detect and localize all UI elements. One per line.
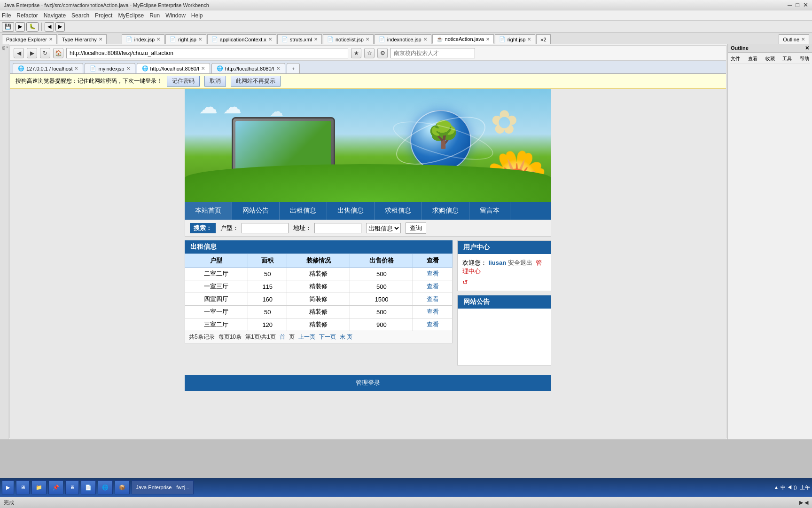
refresh-icon[interactable]: ↺ bbox=[462, 278, 468, 286]
btab-new[interactable]: + bbox=[287, 63, 300, 73]
star-button[interactable]: ☆ bbox=[364, 48, 375, 58]
settings-button[interactable]: ⚙ bbox=[377, 48, 388, 58]
cell-view[interactable]: 查看 bbox=[413, 293, 453, 306]
menu-search[interactable]: Search bbox=[71, 12, 89, 19]
menu-window[interactable]: Window bbox=[165, 12, 186, 19]
cell-view[interactable]: 查看 bbox=[413, 318, 453, 331]
nav-notice[interactable]: 网站公告 bbox=[232, 202, 280, 220]
menu-shoucang[interactable]: 收藏 bbox=[765, 56, 775, 62]
house-type-input[interactable] bbox=[242, 223, 289, 233]
search-button[interactable]: 查询 bbox=[406, 222, 426, 234]
view-link[interactable]: 查看 bbox=[427, 270, 439, 277]
menu-project[interactable]: Project bbox=[95, 12, 112, 19]
pagination-first[interactable]: 首 bbox=[280, 333, 285, 341]
tab-type-hierarchy[interactable]: Type Hierarchy ✕ bbox=[58, 34, 107, 44]
ide-title: Java Enterprise - fwzj/src/com/action/no… bbox=[4, 2, 209, 8]
maximize-icon[interactable]: □ bbox=[796, 1, 799, 8]
btab-other[interactable]: 🌐 http://localhost:8080/f ✕ bbox=[211, 63, 285, 73]
nav-rental[interactable]: 出租信息 bbox=[280, 202, 327, 220]
never-save-button[interactable]: 此网站不再提示 bbox=[231, 76, 281, 87]
btab-localhost-close[interactable]: ✕ bbox=[74, 66, 78, 71]
menu-file[interactable]: File bbox=[2, 12, 11, 19]
pagination-next[interactable]: 下一页 bbox=[319, 333, 336, 341]
toolbar-back[interactable]: ◀ bbox=[45, 22, 54, 32]
tab-more[interactable]: »2 bbox=[536, 34, 550, 44]
tab-index-jsp[interactable]: 📄 index.jsp ✕ bbox=[122, 34, 164, 44]
pagination-last[interactable]: 末 页 bbox=[340, 333, 352, 341]
menu-bangzhu[interactable]: 帮助 bbox=[800, 56, 809, 62]
btab-localhost[interactable]: 🌐 127.0.0.1 / localhost ✕ bbox=[13, 63, 83, 73]
toolbar-run[interactable]: ▶ bbox=[16, 22, 25, 32]
nav-seek-buy[interactable]: 求购信息 bbox=[422, 202, 469, 220]
tab-close-package[interactable]: ✕ bbox=[49, 37, 53, 42]
btab-myindex-close[interactable]: ✕ bbox=[126, 66, 130, 71]
view-link[interactable]: 查看 bbox=[427, 321, 439, 328]
tab-right-jsp2[interactable]: 📄 right.jsp ✕ bbox=[495, 34, 536, 44]
menu-chakan[interactable]: 查看 bbox=[748, 56, 757, 62]
back-button[interactable]: ◀ bbox=[14, 48, 24, 58]
browser-search-input[interactable] bbox=[390, 48, 475, 58]
menu-run[interactable]: Run bbox=[149, 12, 160, 19]
tab-noticeaction[interactable]: ☕ noticeAction.java ✕ bbox=[432, 34, 494, 44]
nav-sale[interactable]: 出售信息 bbox=[327, 202, 375, 220]
btab-other-close[interactable]: ✕ bbox=[276, 66, 280, 71]
house-type-group: 户型： bbox=[220, 223, 289, 233]
outline-body: 文件 查看 收藏 工具 帮助 bbox=[728, 53, 812, 65]
tab-close-hierarchy[interactable]: ✕ bbox=[99, 37, 102, 42]
nav-guestbook[interactable]: 留言本 bbox=[469, 202, 510, 220]
cell-view[interactable]: 查看 bbox=[413, 280, 453, 293]
view-link[interactable]: 查看 bbox=[427, 308, 439, 315]
nav-home[interactable]: 本站首页 bbox=[185, 202, 232, 220]
category-select[interactable]: 出租信息 出售信息 求租信息 bbox=[366, 223, 401, 233]
home-button[interactable]: 🏠 bbox=[53, 48, 63, 58]
close-icon[interactable]: ✕ bbox=[803, 1, 808, 8]
tab-struts[interactable]: 📄 struts.xml ✕ bbox=[277, 34, 322, 44]
tab-indexnotice[interactable]: 📄 indexnotice.jsp ✕ bbox=[375, 34, 431, 44]
tab-icon-jsp: 📄 bbox=[126, 36, 133, 42]
btab-myindex[interactable]: 📄 myindexjsp ✕ bbox=[85, 63, 135, 73]
menu-myeclipse[interactable]: MyEclipse bbox=[118, 12, 144, 19]
minimize-icon[interactable]: ─ bbox=[788, 1, 792, 8]
grass-hill bbox=[185, 164, 551, 202]
view-link[interactable]: 查看 bbox=[427, 295, 439, 302]
url-bar[interactable] bbox=[66, 48, 348, 58]
menu-refactor[interactable]: Refactor bbox=[16, 12, 38, 19]
tab-appcontext[interactable]: 📄 applicationContext.x ✕ bbox=[207, 34, 276, 44]
go-button[interactable]: ★ bbox=[351, 48, 361, 58]
outline-close[interactable]: ✕ bbox=[805, 45, 809, 51]
tab-noticelist[interactable]: 📄 noticelist.jsp ✕ bbox=[323, 34, 374, 44]
cell-type: 三室二厅 bbox=[185, 318, 248, 331]
website-content: ☁ ☁ ☁ 🌳 bbox=[10, 89, 726, 438]
toolbar-forward[interactable]: ▶ bbox=[55, 22, 65, 32]
refresh-button[interactable]: ↻ bbox=[40, 48, 50, 58]
site-footer[interactable]: 管理登录 bbox=[185, 375, 551, 391]
menu-wenjian[interactable]: 文件 bbox=[731, 56, 740, 62]
tab-icon-noticeaction: ☕ bbox=[437, 36, 443, 42]
nav-seek-rent[interactable]: 求租信息 bbox=[375, 202, 422, 220]
toolbar-debug[interactable]: 🐛 bbox=[26, 22, 39, 32]
cancel-password-button[interactable]: 取消 bbox=[204, 76, 226, 87]
tab-outline[interactable]: Outline ✕ bbox=[779, 34, 809, 44]
cell-view[interactable]: 查看 bbox=[413, 306, 453, 318]
menu-gongju[interactable]: 工具 bbox=[782, 56, 792, 62]
browser-navbar: ◀ ▶ ↻ 🏠 ★ ☆ ⚙ bbox=[10, 46, 726, 61]
menu-navigate[interactable]: Navigate bbox=[44, 12, 66, 19]
save-password-button[interactable]: 记住密码 bbox=[167, 76, 200, 87]
logout-link[interactable]: 安全退出 bbox=[508, 259, 532, 266]
forward-button[interactable]: ▶ bbox=[27, 48, 37, 58]
btab-chuzu[interactable]: 🌐 http://localhost:8080/f ✕ bbox=[137, 63, 211, 73]
tab-right-jsp[interactable]: 📄 right.jsp ✕ bbox=[165, 34, 206, 44]
address-input[interactable] bbox=[314, 223, 361, 233]
cell-decoration: 精装修 bbox=[287, 318, 350, 331]
btab-chuzu-close[interactable]: ✕ bbox=[201, 66, 205, 71]
pagination-total: 共5条记录 bbox=[189, 333, 215, 341]
tab-package-explorer-label: Package Explorer bbox=[6, 37, 47, 42]
menu-help[interactable]: Help bbox=[191, 12, 203, 19]
pagination-prev[interactable]: 上一页 bbox=[298, 333, 315, 341]
welcome-row: 欢迎您： liusan 安全退出 管理中心 bbox=[462, 259, 546, 276]
tab-package-explorer[interactable]: Package Explorer ✕ bbox=[2, 34, 57, 44]
toolbar-save[interactable]: 💾 bbox=[2, 22, 14, 32]
address-label: 地址： bbox=[293, 224, 312, 232]
cell-view[interactable]: 查看 bbox=[413, 268, 453, 280]
view-link[interactable]: 查看 bbox=[427, 283, 439, 290]
